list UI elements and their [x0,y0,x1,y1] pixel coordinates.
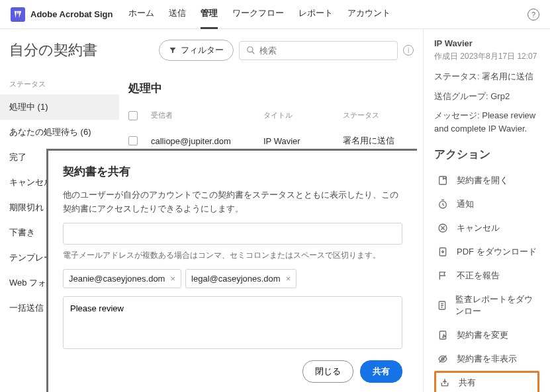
page-title: 自分の契約書 [9,40,154,60]
details-created: 作成日 2023年8月17日 12:07 [434,51,539,62]
action-label: 共有 [459,377,476,389]
action-open[interactable]: 契約書を開く [434,169,539,192]
nav-account[interactable]: アカウント [347,0,390,29]
details-panel: IP Wavier 作成日 2023年8月17日 12:07 ステータス: 署名… [424,29,550,392]
email-chip: legal@caseyjones.dom × [185,269,297,288]
action-cancel[interactable]: キャンセル [434,216,539,240]
action-audit[interactable]: 監査レポートをダウンロー [434,288,539,323]
search-input[interactable] [259,46,390,56]
header-recipient: 受信者 [151,110,263,120]
chip-remove-icon[interactable]: × [286,274,291,284]
section-title: 処理中 [128,77,423,105]
nav-manage[interactable]: 管理 [201,0,218,29]
sidebar-item-waiting[interactable]: あなたの処理待ち (6) [0,120,119,145]
nav-workflow[interactable]: ワークフロー [232,0,284,29]
clock-icon [437,198,449,210]
filter-label: フィルター [181,44,224,56]
top-nav: Adobe Acrobat Sign ホーム 送信 管理 ワークフロー レポート… [0,0,550,29]
actions-title: アクション [434,147,539,162]
email-chips: Jeanie@caseyjones.dom × legal@caseyjones… [63,269,402,288]
svg-rect-7 [439,331,445,339]
row-title: IP Wavier [263,136,343,146]
action-label: 不正を報告 [457,270,500,282]
nav-send[interactable]: 送信 [169,0,186,29]
filter-button[interactable]: フィルター [159,40,234,61]
svg-point-0 [248,47,253,52]
audit-icon [437,299,447,311]
funnel-icon [169,46,177,54]
action-label: 契約書を開く [457,175,508,186]
app-logo-icon [11,7,25,22]
message-textarea[interactable] [63,296,402,349]
modal-title: 契約書を共有 [63,164,402,179]
action-modify[interactable]: 契約書を変更 [434,323,539,347]
action-label: キャンセル [457,222,500,234]
share-button[interactable]: 共有 [360,360,402,383]
header-title: タイトル [263,110,343,120]
cancel-icon [437,222,449,234]
action-share[interactable]: 共有 [434,371,539,392]
help-icon[interactable]: ? [527,9,539,20]
brand-name: Adobe Acrobat Sign [30,9,113,19]
modal-description: 他のユーザーが自分のアカウントでこの契約書をステータスとともに表示したり、この契… [63,188,402,216]
nav-links: ホーム 送信 管理 ワークフロー レポート アカウント [128,0,390,29]
share-icon [439,377,451,389]
action-label: PDF をダウンロード [457,246,537,258]
action-label: 監査レポートをダウンロー [455,294,537,317]
modal-backdrop: 契約書を共有 他のユーザーが自分のアカウントでこの契約書をステータスとともに表示… [46,149,417,392]
chip-remove-icon[interactable]: × [170,274,175,284]
close-button[interactable]: 閉じる [302,360,353,383]
action-label: 通知 [457,198,474,210]
search-box[interactable] [239,41,398,60]
modify-icon [437,329,449,341]
svg-line-1 [252,52,255,54]
details-title: IP Wavier [434,38,539,48]
action-remind[interactable]: 通知 [434,192,539,216]
search-icon [246,46,255,55]
table-header: 受信者 タイトル ステータス [128,105,423,126]
flag-icon [437,270,449,282]
row-checkbox[interactable] [128,136,138,145]
action-label: 契約書を非表示 [457,353,517,365]
row-status: 署名用に送信 [343,135,423,147]
row-recipient: calliope@jupiter.dom [151,136,263,146]
download-icon [437,246,449,258]
share-modal: 契約書を共有 他のユーザーが自分のアカウントでこの契約書をステータスとともに表示… [48,151,417,392]
modal-hint: 電子メールアドレスが複数ある場合はコンマ、セミコロンまたはスペースで区切ります。 [63,250,402,261]
action-report[interactable]: 不正を報告 [434,264,539,288]
email-chip: Jeanie@caseyjones.dom × [63,269,181,288]
email-input[interactable] [63,223,402,245]
nav-report[interactable]: レポート [298,0,333,29]
action-download-pdf[interactable]: PDF をダウンロード [434,240,539,264]
action-label: 契約書を変更 [457,329,508,341]
action-hide[interactable]: 契約書を非表示 [434,347,539,371]
select-all-checkbox[interactable] [128,111,138,120]
sidebar-label: ステータス [0,77,119,95]
info-icon[interactable]: i [403,45,414,56]
header-status: ステータス [343,110,423,120]
sidebar-item-in-progress[interactable]: 処理中 (1) [0,95,119,120]
nav-home[interactable]: ホーム [128,0,154,29]
hide-icon [437,353,449,365]
open-icon [437,175,449,186]
